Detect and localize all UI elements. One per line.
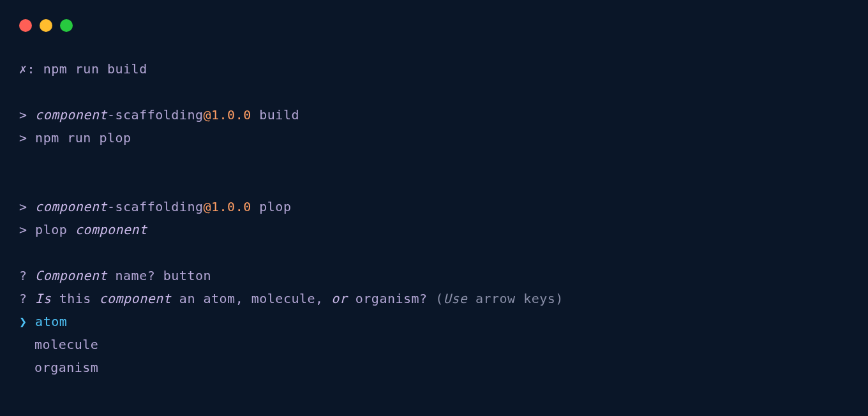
minimize-icon[interactable] <box>40 19 52 32</box>
script-command-part2: component <box>75 222 147 237</box>
gt-symbol: > <box>19 130 27 145</box>
traffic-lights <box>0 0 868 32</box>
option-item[interactable]: organism <box>19 356 868 379</box>
prompt-line: ✗: npm run build <box>19 57 868 80</box>
option-molecule: molecule <box>34 337 98 352</box>
gt-symbol: > <box>19 222 27 237</box>
paren-close: ) <box>555 291 564 306</box>
prompt-symbol: ✗: <box>19 61 35 77</box>
q2-sp3: organism? <box>347 291 435 306</box>
npm-script-cmd-2: > plop component <box>19 218 868 241</box>
zoom-icon[interactable] <box>60 19 73 32</box>
blank-line <box>19 172 868 195</box>
pkg-name-prefix: component <box>35 199 107 214</box>
question-mark-icon: ? <box>19 268 27 283</box>
option-item[interactable]: molecule <box>19 333 868 356</box>
terminal-output[interactable]: ✗: npm run build > component-scaffolding… <box>0 32 868 379</box>
chevron-right-icon: ❯ <box>19 314 27 329</box>
npm-task: plop <box>251 199 292 214</box>
gt-symbol: > <box>19 107 27 123</box>
script-command: npm run plop <box>27 130 131 145</box>
blank-line <box>19 149 868 172</box>
q2-is: Is <box>35 291 51 306</box>
paren-open: ( <box>435 291 444 306</box>
pkg-name-suffix: -scaffolding <box>107 199 204 214</box>
q2-sp1: this <box>51 291 99 306</box>
option-organism: organism <box>34 360 98 375</box>
prompt-question-1: ? Component name? button <box>19 264 868 287</box>
blank-line <box>19 80 868 103</box>
npm-task: build <box>251 107 299 123</box>
prompt-question-2: ? Is this component an atom, molecule, o… <box>19 287 868 310</box>
blank-line <box>19 241 868 264</box>
pkg-name-suffix: -scaffolding <box>107 107 204 123</box>
pkg-version: @1.0.0 <box>203 107 251 123</box>
q2-use: Use <box>444 291 468 306</box>
pkg-name-prefix: component <box>35 107 107 123</box>
q2-or: or <box>331 291 347 306</box>
pkg-version: @1.0.0 <box>203 199 251 214</box>
option-atom: atom <box>27 314 68 329</box>
close-icon[interactable] <box>19 19 32 32</box>
option-selected[interactable]: ❯ atom <box>19 310 868 333</box>
prompt-command: npm run build <box>43 61 147 77</box>
npm-script-header-1: > component-scaffolding@1.0.0 build <box>19 103 868 126</box>
q1-rest: name? button <box>107 268 211 283</box>
q1-word1: Component <box>35 268 107 283</box>
npm-script-cmd-1: > npm run plop <box>19 126 868 149</box>
q2-sp2: an atom, molecule, <box>171 291 331 306</box>
question-mark-icon: ? <box>19 291 27 306</box>
gt-symbol: > <box>19 199 27 214</box>
npm-script-header-2: > component-scaffolding@1.0.0 plop <box>19 195 868 218</box>
script-command-part1: plop <box>27 222 75 237</box>
q2-component: component <box>99 291 171 306</box>
q2-hint-rest: arrow keys <box>467 291 555 306</box>
